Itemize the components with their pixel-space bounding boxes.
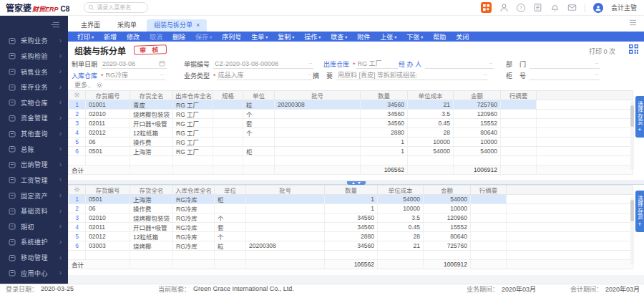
column-settings-gear-icon[interactable] — [69, 91, 86, 100]
cell-spec[interactable] — [213, 110, 243, 119]
cell-amount[interactable]: 80640 — [454, 128, 501, 138]
cell-iname[interactable]: 12粒纸箱 — [130, 232, 173, 241]
cell-code[interactable] — [86, 156, 130, 165]
user-admin-icon[interactable] — [499, 3, 509, 12]
sidebar-item-general-ledger[interactable]: 总账› — [0, 141, 68, 157]
cell-memo[interactable] — [501, 100, 537, 110]
toolbar-edit-button[interactable]: 修改 — [122, 32, 145, 42]
column-settings-gear-icon[interactable] — [69, 186, 86, 195]
sidebar-item-physical-warehouse[interactable]: 实物仓库› — [0, 95, 68, 111]
cell-iname[interactable]: 操作费 — [130, 204, 173, 213]
cell-amount[interactable]: 120960 — [424, 213, 471, 223]
cell-wh[interactable] — [173, 156, 213, 165]
cell-batch[interactable]: 20200308 — [246, 241, 325, 251]
sidebar-item-sales[interactable]: 销售业务› — [0, 64, 68, 80]
cell-cost[interactable]: 28 — [408, 128, 454, 138]
cell-batch[interactable] — [275, 110, 361, 119]
cell-unit[interactable]: 个 — [215, 232, 246, 241]
inventory-picker-tab-upper[interactable]: 选择存货 + — [635, 96, 644, 138]
cell-unit[interactable]: 个 — [215, 213, 246, 223]
table-row[interactable]: 202010烧烤椰包装袋RG 工厂个345603.5120960 — [69, 110, 633, 119]
sidebar-item-base-data[interactable]: 基础资料› — [0, 203, 68, 219]
cell-iname[interactable]: 操作费 — [130, 138, 173, 147]
cell-cost[interactable]: 10000 — [408, 138, 454, 147]
cell-code[interactable]: 03003 — [86, 241, 130, 251]
cell-iname[interactable]: 上海港 — [130, 147, 173, 156]
cell-wh[interactable]: RG冷库 — [173, 213, 215, 223]
cell-wh[interactable]: RG冷库 — [173, 195, 215, 204]
cell-iname[interactable]: 烧烤椰 — [130, 241, 173, 251]
cell-cost[interactable]: 54000 — [408, 147, 454, 156]
toolbar-prev-button[interactable]: 上张▾ — [375, 32, 401, 42]
cell-amount[interactable]: 725760 — [454, 100, 501, 110]
cell-code[interactable]: 01001 — [86, 100, 130, 110]
table-row[interactable]: 506操作费RG 工厂11000010000 — [69, 138, 633, 147]
cell-spec[interactable] — [213, 100, 243, 110]
cell-code[interactable]: 02012 — [86, 128, 130, 138]
sidebar-item-funds[interactable]: 资金管理› — [0, 110, 68, 126]
sidebar-item-purchase-inspection[interactable]: 采购检验› — [0, 49, 68, 64]
cell-batch[interactable]: 20200308 — [275, 100, 361, 110]
cell-iname[interactable] — [130, 156, 173, 165]
cell-unit[interactable]: 套 — [243, 119, 275, 128]
help-icon[interactable]: ? — [517, 4, 525, 12]
mobile-app-qr-icon[interactable] — [481, 2, 492, 13]
cell-unit[interactable]: 个 — [243, 110, 275, 119]
cell-qty[interactable]: 1 — [361, 147, 408, 156]
cell-code[interactable]: 02011 — [86, 119, 130, 128]
cell-memo[interactable] — [501, 110, 537, 119]
cell-memo[interactable] — [471, 241, 507, 251]
cell-amount[interactable] — [424, 251, 471, 260]
cell-wh[interactable] — [173, 251, 215, 260]
mail-icon[interactable] — [567, 3, 577, 12]
toolbar-help-button[interactable]: 帮助 — [428, 32, 451, 42]
cell-cost[interactable] — [378, 251, 424, 260]
tab-main[interactable]: 主界面 — [74, 19, 107, 32]
cell-memo[interactable] — [501, 138, 537, 147]
cell-qty[interactable]: 34560 — [361, 119, 408, 128]
operator-input[interactable]: ··· — [425, 59, 494, 69]
cell-code[interactable]: 02012 — [86, 232, 130, 241]
alarm-icon[interactable] — [550, 3, 560, 12]
cell-amount[interactable]: 15552 — [454, 119, 501, 128]
cabinet-no-input[interactable]: ··· — [530, 71, 600, 80]
picker-ellipsis-icon[interactable]: ··· — [595, 72, 598, 78]
cell-unit[interactable]: 粒 — [243, 100, 275, 110]
picker-ellipsis-icon[interactable]: ··· — [595, 60, 598, 67]
close-icon[interactable]: × — [196, 19, 200, 32]
cell-iname[interactable]: 开口器+吸管 — [130, 119, 173, 128]
toolbar-attachment-button[interactable]: 附件 — [352, 32, 375, 42]
cell-batch[interactable] — [246, 195, 325, 204]
field-label-link[interactable]: 经 办 人 — [399, 60, 421, 69]
inventory-picker-tab-lower[interactable]: 选择存货 + — [635, 191, 644, 232]
table-row[interactable]: 10501上海港RG冷库柜15400054000 — [69, 195, 633, 204]
cell-qty[interactable]: 34560 — [325, 223, 378, 232]
cell-cost[interactable]: 21 — [378, 241, 424, 251]
cell-cost[interactable]: 0.45 — [378, 223, 424, 232]
cell-code[interactable]: 0501 — [86, 147, 130, 156]
sidebar-item-fixed-assets[interactable]: 固定资产› — [0, 188, 68, 203]
table-row[interactable]: 402011开口器+吸管RG冷库套345600.4515552 — [69, 223, 633, 232]
toolbar-next-button[interactable]: 下张▾ — [401, 32, 428, 42]
cell-wh[interactable]: RG 工厂 — [173, 128, 213, 138]
picker-ellipsis-icon[interactable]: ··· — [160, 72, 164, 78]
cell-memo[interactable] — [471, 223, 507, 232]
cell-unit[interactable]: 粒 — [215, 241, 246, 251]
cell-code[interactable]: 02011 — [86, 223, 130, 232]
department-input[interactable]: ··· — [530, 59, 600, 69]
cell-cost[interactable]: 3.5 — [378, 213, 424, 223]
toolbar-delete-button[interactable]: 删除 — [167, 32, 190, 42]
cell-iname[interactable]: 上海港 — [130, 195, 173, 204]
cell-qty[interactable]: 34560 — [325, 213, 378, 223]
cell-amount[interactable]: 725760 — [424, 241, 471, 251]
sidebar-item-other-query[interactable]: 其他查询› — [0, 126, 68, 142]
biz-type-input[interactable]: 成品入库 ··· — [217, 71, 313, 80]
cell-unit[interactable] — [215, 204, 246, 213]
cell-iname[interactable]: 烧烤椰包装袋 — [130, 110, 173, 119]
table-row[interactable]: 40201212粒纸箱RG 工厂个28802880640 — [69, 128, 633, 138]
cell-amount[interactable]: 120960 — [454, 110, 501, 119]
table-row[interactable]: 60501上海港RG 工厂柜15400054000 — [69, 147, 633, 156]
cell-wh[interactable]: RG 工厂 — [173, 147, 213, 156]
cell-code[interactable]: 02010 — [86, 110, 130, 119]
tab-list-icon[interactable] — [629, 19, 637, 26]
